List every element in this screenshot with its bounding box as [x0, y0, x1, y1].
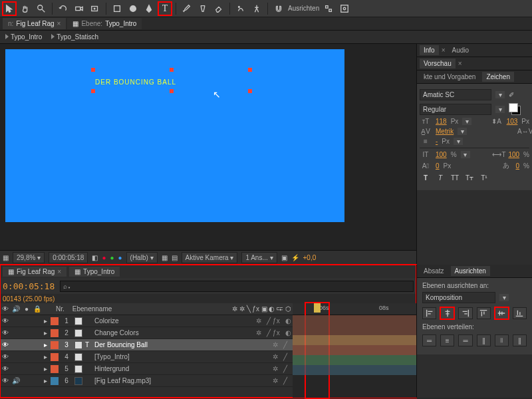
- camera-dropdown[interactable]: Aktive Kamera ▾: [182, 252, 238, 263]
- align-right[interactable]: [458, 307, 472, 319]
- leading[interactable]: 103: [507, 118, 518, 125]
- align-top[interactable]: [477, 307, 491, 319]
- comp-tab-statisch[interactable]: Typo_Statisch: [51, 33, 98, 41]
- layer-search[interactable]: ⌕▾: [60, 281, 414, 292]
- close-icon[interactable]: ×: [57, 268, 61, 275]
- svg-point-5: [130, 5, 136, 11]
- bold-btn[interactable]: T: [420, 174, 432, 185]
- font-family[interactable]: Amatic SC: [420, 89, 491, 100]
- svg-rect-4: [114, 5, 120, 11]
- anchor-tool[interactable]: [88, 2, 102, 15]
- align-panel: Ebenen ausrichten an: Komposition▾ Ebene…: [417, 278, 532, 354]
- views-dropdown[interactable]: 1 Ans... ▾: [241, 252, 277, 263]
- layer-row[interactable]: 👁 ▸ 2 Change Colors ✲ ╱ ƒx ◐: [0, 327, 293, 339]
- tab-vorschau[interactable]: Vorschau: [420, 59, 456, 68]
- view-opt-icon[interactable]: ▣: [281, 254, 287, 261]
- tab-absatz[interactable]: Absatz: [420, 266, 448, 276]
- resolution-dropdown[interactable]: (Halb) ▾: [126, 252, 158, 263]
- canvas[interactable]: DER BOUNCING BALL ↖: [5, 49, 344, 222]
- composition-viewer: DER BOUNCING BALL ↖ ▦ 29,8% ▾ 0:00:05:18…: [0, 44, 416, 265]
- eye-icon[interactable]: 👁: [1, 353, 9, 360]
- eraser-tool[interactable]: [212, 2, 225, 15]
- tab-ausrichten[interactable]: Ausrichten: [451, 266, 490, 276]
- layer-row[interactable]: 👁 🔊 ▸ 6 [Fig Leaf Rag.mp3] ✲ ╱: [0, 375, 293, 387]
- mask-icon[interactable]: ◧: [92, 254, 98, 261]
- vscale[interactable]: 100: [436, 151, 447, 158]
- clone-tool[interactable]: [196, 2, 209, 15]
- text-layer[interactable]: DER BOUNCING BALL: [95, 69, 176, 89]
- tab-effekte[interactable]: kte und Vorgaben: [420, 72, 479, 82]
- zoom-dropdown[interactable]: 29,8% ▾: [13, 252, 45, 263]
- stroke-width[interactable]: -: [436, 138, 438, 145]
- leading-icon: ⬍A: [491, 118, 503, 125]
- tl-tab-figleaf[interactable]: ▦ Fig Leaf Rag ×: [3, 267, 66, 277]
- layer-row[interactable]: 👁 ▸ 1 Colorize ✲ ╱ ƒx ◐: [0, 315, 293, 327]
- svg-point-6: [239, 6, 240, 7]
- font-weight[interactable]: Regular: [420, 104, 491, 115]
- eye-icon[interactable]: 👁: [1, 365, 9, 372]
- align-target[interactable]: Komposition: [422, 292, 495, 303]
- tl-tab-typo[interactable]: ▦ Typo_Intro: [69, 267, 120, 277]
- tab-zeichen[interactable]: Zeichen: [482, 72, 514, 82]
- transparent-icon[interactable]: ▦: [162, 254, 168, 261]
- brush-tool[interactable]: [180, 2, 194, 15]
- puppet-tool[interactable]: [250, 2, 263, 15]
- layer-row[interactable]: 👁 ▸ 3 T Der Bouncing Ball ✲ ╱: [0, 339, 293, 351]
- layer-list: 👁 🔊●🔒 Nr. Ebenenname ✲ ✲ ╲ ƒx ▣ ◐ ⮓ ⬡ 👁 …: [0, 303, 293, 398]
- caps-btn[interactable]: TT: [449, 174, 461, 185]
- italic-btn[interactable]: T: [434, 174, 446, 185]
- dist-left[interactable]: ‖: [477, 334, 491, 346]
- file-tab-figleaf[interactable]: n:Fig Leaf Rag×: [3, 18, 66, 29]
- tracking-icon: A↔V: [517, 128, 529, 135]
- type-tool[interactable]: T: [158, 2, 172, 15]
- timecode[interactable]: 0:00:05:18: [3, 281, 55, 291]
- hand-tool[interactable]: [19, 2, 32, 15]
- align-left[interactable]: [422, 307, 436, 319]
- eye-icon[interactable]: 👁: [1, 377, 9, 384]
- frame-count: 00143 (25.00 fps): [3, 295, 55, 303]
- selection-tool[interactable]: [3, 2, 16, 15]
- layer-row[interactable]: 👁 ▸ 5 Hintergrund ✲ ╱: [0, 363, 293, 375]
- eye-icon[interactable]: 👁: [1, 317, 9, 325]
- eye-icon[interactable]: 👁: [1, 341, 9, 348]
- shape-ellipse-tool[interactable]: [126, 2, 140, 15]
- super-btn[interactable]: T¹: [478, 174, 490, 185]
- dist-bot[interactable]: ═: [458, 334, 472, 346]
- camera-tool[interactable]: [72, 2, 86, 15]
- font-size[interactable]: 118: [436, 118, 447, 125]
- timeline-tracks[interactable]: 06s 08s: [293, 303, 416, 398]
- time-display[interactable]: 0:00:05:18: [49, 252, 88, 263]
- grid-icon[interactable]: ▤: [172, 254, 178, 261]
- dist-top[interactable]: ═: [422, 334, 436, 346]
- comp-tab-intro[interactable]: Typo_Intro: [5, 33, 42, 41]
- layer-row[interactable]: 👁 ▸ 4 [Typo_Intro] ✲ ╱: [0, 351, 293, 363]
- hscale[interactable]: 100: [508, 151, 519, 158]
- dist-right[interactable]: ‖: [513, 334, 527, 346]
- channel-icon[interactable]: ●: [102, 254, 106, 261]
- eyedropper-icon[interactable]: ✐: [509, 91, 514, 98]
- align-vcenter[interactable]: [495, 307, 509, 319]
- exposure-val[interactable]: +0,0: [303, 254, 317, 261]
- dist-vc[interactable]: ≡: [440, 334, 454, 346]
- baseline[interactable]: 0: [436, 162, 440, 170]
- close-icon[interactable]: ×: [57, 20, 61, 27]
- cti-head[interactable]: [314, 303, 321, 313]
- snap-icon[interactable]: [272, 2, 285, 15]
- dist-hc[interactable]: ⦀: [495, 334, 509, 346]
- snap-opts[interactable]: [322, 2, 335, 15]
- align-bottom[interactable]: [513, 307, 527, 319]
- shape-rect-tool[interactable]: [110, 2, 124, 15]
- tab-info[interactable]: Info: [420, 45, 439, 55]
- snap-screen[interactable]: [338, 2, 351, 15]
- bolt-icon[interactable]: ⚡: [291, 254, 299, 261]
- tab-audio[interactable]: Audio: [448, 45, 473, 55]
- file-tab-typo[interactable]: ▦ Ebene:Typo_Intro: [67, 18, 142, 29]
- zoom-tool[interactable]: [35, 2, 48, 15]
- eye-icon[interactable]: 👁: [1, 329, 9, 336]
- rotate-tool[interactable]: [57, 2, 70, 15]
- roto-tool[interactable]: [234, 2, 247, 15]
- pen-tool[interactable]: [142, 2, 156, 15]
- kerning[interactable]: Metrik: [436, 128, 454, 135]
- smallcaps-btn[interactable]: Tᴛ: [464, 174, 475, 185]
- align-hcenter[interactable]: [440, 307, 454, 319]
